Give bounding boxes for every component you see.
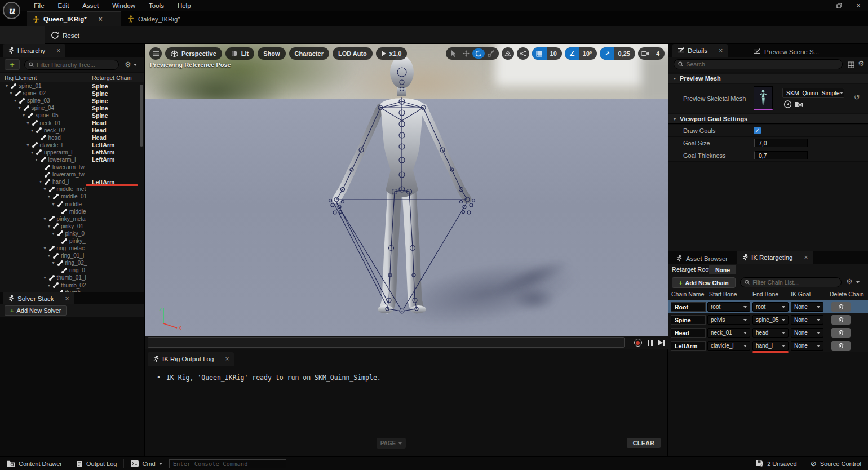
add-new-solver-button[interactable]: + Add New Solver <box>5 305 67 316</box>
tab-ik-rig-output-log[interactable]: IK Rig Output Log × <box>148 352 234 366</box>
goal-size-input[interactable]: 7,0 <box>754 139 808 147</box>
unsaved-assets-button[interactable]: 2 Unsaved <box>749 457 804 470</box>
expand-arrow-icon[interactable]: ▾ <box>52 231 57 236</box>
3d-viewport[interactable]: Perspective Lit Show Character LOD Auto … <box>145 44 668 336</box>
tab-ik-retargeting[interactable]: IK Retargeting × <box>737 251 813 264</box>
expand-arrow-icon[interactable]: ▾ <box>52 260 57 265</box>
scale-snap-value[interactable]: 0,25 <box>614 50 635 57</box>
col-chain-name[interactable]: Chain Name <box>671 291 704 298</box>
end-bone-dropdown[interactable]: head <box>752 328 789 338</box>
tab-close-icon[interactable]: × <box>804 254 808 261</box>
tab-details[interactable]: Details × <box>672 44 728 57</box>
camera-speed-value[interactable]: 4 <box>653 50 665 57</box>
tree-row-middle_met[interactable]: ▾middle_met <box>0 185 144 193</box>
tab-close-icon[interactable]: × <box>719 47 723 55</box>
expand-arrow-icon[interactable]: ▾ <box>27 143 32 148</box>
select-tool-button[interactable] <box>448 48 460 59</box>
col-rig-element[interactable]: Rig Element <box>5 74 37 81</box>
tree-row-thumb_01_l[interactable]: ▾thumb_01_l <box>0 274 144 281</box>
character-dropdown[interactable]: Character <box>289 47 329 60</box>
end-bone-dropdown[interactable]: hand_l <box>752 341 789 351</box>
reset-to-default-icon[interactable]: ↺ <box>854 93 860 101</box>
browse-asset-icon[interactable] <box>795 100 804 110</box>
chevron-down-icon[interactable] <box>134 64 137 66</box>
expand-arrow-icon[interactable]: ▾ <box>10 91 15 96</box>
expand-arrow-icon[interactable]: ▾ <box>31 150 36 155</box>
expand-arrow-icon[interactable]: ▾ <box>39 179 44 184</box>
start-bone-dropdown[interactable]: pelvis <box>707 315 750 325</box>
console-command-input[interactable] <box>169 459 286 468</box>
col-retarget-chain[interactable]: Retarget Chain <box>92 74 138 81</box>
perspective-dropdown[interactable]: Perspective <box>165 47 222 60</box>
show-dropdown[interactable]: Show <box>258 47 285 60</box>
lit-dropdown[interactable]: Lit <box>225 47 254 60</box>
menu-edit[interactable]: Edit <box>51 0 76 11</box>
tab-oakley-ikrig[interactable]: Oakley_IKRig* <box>122 11 201 26</box>
playback-speed-button[interactable]: x1,0 <box>376 47 407 60</box>
reset-button[interactable]: Reset <box>51 29 79 42</box>
tree-row-upperarm_l[interactable]: ▾upperarm_lLeftArm <box>0 149 144 156</box>
tab-close-icon[interactable]: × <box>65 295 69 303</box>
use-selected-asset-icon[interactable] <box>783 100 792 110</box>
tree-row-ring_0[interactable]: ring_0 <box>0 267 144 274</box>
chain-row-spine[interactable]: Spinepelvisspine_05None <box>668 313 868 326</box>
col-ik-goal[interactable]: IK Goal <box>791 291 811 298</box>
rotation-snap-toggle[interactable]: ∠ 10° <box>565 47 597 60</box>
start-bone-dropdown[interactable]: root <box>707 302 750 312</box>
tab-queen-ikrig[interactable]: Queen_IKRig* × <box>27 11 121 26</box>
expand-arrow-icon[interactable]: ▾ <box>36 157 40 162</box>
expand-arrow-icon[interactable]: ▾ <box>23 113 27 118</box>
preview-mesh-dropdown[interactable]: SKM_Quinn_Simple <box>782 88 844 98</box>
tree-row-middle_01[interactable]: ▾middle_01 <box>0 193 144 200</box>
hierarchy-scrollbar[interactable] <box>140 85 143 147</box>
ik-goal-dropdown[interactable]: None <box>791 341 823 351</box>
output-log-button[interactable]: Output Log <box>69 457 123 470</box>
unreal-engine-logo[interactable]: u <box>3 2 20 19</box>
tree-row-spine_04[interactable]: ▾spine_04Spine <box>0 104 144 112</box>
add-rig-element-button[interactable]: + <box>5 59 20 70</box>
col-end-bone[interactable]: End Bone <box>752 291 778 298</box>
tree-row-ring_02_[interactable]: ▾ring_02_ <box>0 259 144 267</box>
tab-close-icon[interactable]: × <box>99 15 103 23</box>
menu-file[interactable]: File <box>27 0 51 11</box>
ik-goal-dropdown[interactable]: None <box>791 315 823 325</box>
chain-settings-gear-icon[interactable]: ⚙ <box>846 278 853 285</box>
clear-log-button[interactable]: CLEAR <box>627 438 661 448</box>
menu-asset[interactable]: Asset <box>76 0 105 11</box>
ik-goal-dropdown[interactable]: None <box>791 328 823 338</box>
details-search-box[interactable] <box>674 59 843 69</box>
expand-arrow-icon[interactable]: ▾ <box>44 187 48 192</box>
expand-arrow-icon[interactable]: ▾ <box>48 224 52 229</box>
tree-row-pinky_[interactable]: pinky_ <box>0 237 144 245</box>
pause-button[interactable] <box>648 340 653 346</box>
restore-button[interactable] <box>830 0 849 11</box>
lod-dropdown[interactable]: LOD Auto <box>333 47 373 60</box>
add-new-chain-button[interactable]: + Add New Chain <box>672 277 736 288</box>
tree-row-lowerarm_l[interactable]: ▾lowerarm_lLeftArm <box>0 156 144 163</box>
chain-filter-box[interactable] <box>740 277 842 287</box>
tree-row-lowerarm_tw[interactable]: lowerarm_tw <box>0 163 144 171</box>
hierarchy-filter-box[interactable] <box>24 60 119 70</box>
record-button[interactable] <box>634 339 642 347</box>
content-drawer-button[interactable]: Content Drawer <box>0 457 69 470</box>
chain-name-field[interactable]: Spine <box>671 315 706 325</box>
preview-nodes-button[interactable] <box>517 47 529 60</box>
viewport-options-button[interactable] <box>149 47 162 60</box>
start-bone-dropdown[interactable]: clavicle_l <box>707 341 750 351</box>
camera-speed-button[interactable]: 4 <box>638 47 665 60</box>
expand-arrow-icon[interactable]: ▾ <box>44 216 48 221</box>
expand-arrow-icon[interactable]: ▾ <box>48 253 52 258</box>
chain-name-field[interactable]: Root <box>671 302 706 312</box>
hierarchy-filter-input[interactable] <box>37 61 114 68</box>
preview-mesh-section-header[interactable]: ▾ Preview Mesh <box>668 74 868 83</box>
tree-row-pinky_0[interactable]: ▾pinky_0 <box>0 230 144 237</box>
tree-row-spine_02[interactable]: ▾spine_02Spine <box>0 90 144 97</box>
retarget-root-value[interactable]: None <box>709 265 736 274</box>
tab-close-icon[interactable]: × <box>225 355 229 363</box>
tree-row-hand_l[interactable]: ▾hand_lLeftArm <box>0 178 144 185</box>
tree-row-thumb_02[interactable]: ▾thumb_02 <box>0 282 144 289</box>
tree-row-clavicle_l[interactable]: ▾clavicle_lLeftArm <box>0 141 144 149</box>
expand-arrow-icon[interactable]: ▾ <box>14 98 19 103</box>
menu-help[interactable]: Help <box>171 0 198 11</box>
cmd-dropdown[interactable]: Cmd <box>124 457 169 470</box>
